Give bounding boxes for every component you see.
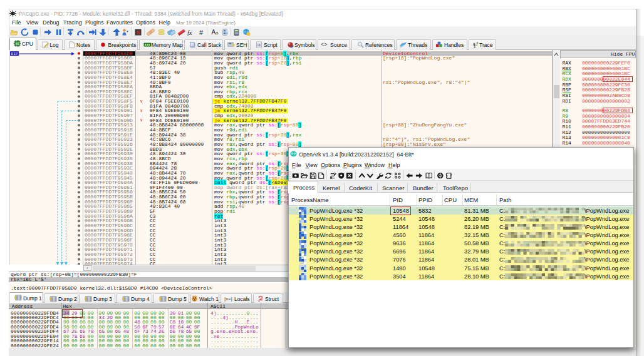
svg-text:a: a — [216, 30, 219, 36]
svg-text:fx: fx — [187, 29, 192, 36]
svg-text:.o: .o — [258, 44, 260, 46]
svg-text:S: S — [136, 29, 140, 36]
svg-text:64: 64 — [16, 43, 19, 46]
svg-text:RIP: RIP — [11, 51, 18, 55]
svg-text:#: # — [199, 28, 204, 36]
